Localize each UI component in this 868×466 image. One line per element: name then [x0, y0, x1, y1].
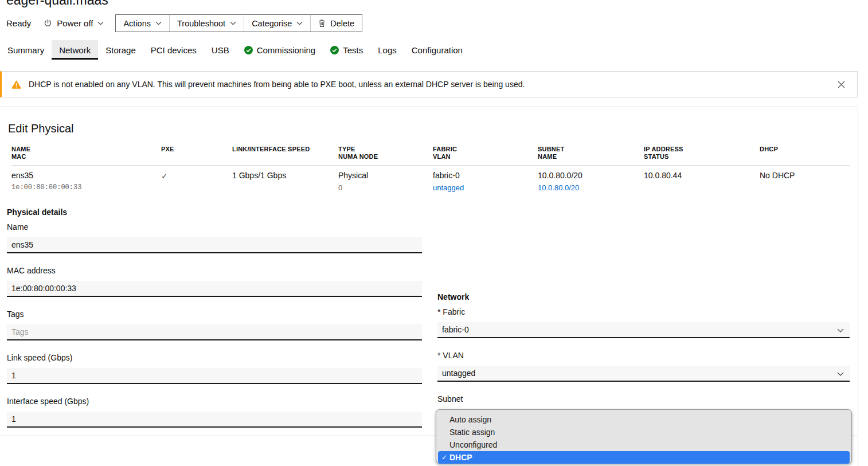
delete-button[interactable]: Delete [310, 15, 362, 32]
warning-icon [11, 80, 21, 89]
header-type-numa: TYPENUMA NODE [338, 146, 433, 160]
fabric-cell: fabric-0 untagged [433, 171, 538, 192]
troubleshoot-dropdown[interactable]: Troubleshoot [169, 15, 244, 32]
subnet-label: Subnet [437, 394, 850, 404]
option-label: DHCP [449, 453, 472, 462]
check-icon: ✓ [441, 451, 447, 464]
chevron-down-icon [230, 21, 236, 25]
categorise-label: Categorise [252, 19, 292, 28]
numa-node: 0 [338, 183, 433, 192]
tab-commissioning[interactable]: Commissioning [237, 40, 323, 60]
close-icon [838, 81, 845, 88]
tab-label: Logs [378, 45, 397, 55]
vlan-field: * VLAN untagged [437, 351, 850, 382]
chevron-down-icon [296, 21, 303, 25]
troubleshoot-label: Troubleshoot [177, 19, 225, 28]
network-section: Network * Fabric fabric-0 * VLAN untagge… [437, 292, 850, 425]
check-circle-icon [330, 46, 339, 54]
vlan-link[interactable]: untagged [433, 183, 538, 192]
link-speed-value: 1 Gbps/1 Gbps [232, 171, 338, 181]
page-title: eager-quail.maas [6, 0, 108, 8]
subnet-name-link[interactable]: 10.0.80.0/20 [538, 183, 644, 192]
tab-label: Storage [105, 45, 136, 55]
power-label: Power off [57, 18, 93, 28]
pxe-cell: ✓ [161, 171, 232, 192]
pxe-check-icon: ✓ [161, 171, 168, 181]
interface-speed-field: Interface speed (Gbps) [7, 397, 422, 428]
fabric-field: * Fabric fabric-0 [437, 307, 850, 338]
tab-label: Configuration [412, 45, 463, 55]
chevron-down-icon [837, 328, 844, 332]
vlan-select[interactable]: untagged [437, 366, 850, 382]
tags-field: Tags [7, 310, 422, 340]
status-bar: Ready Power off Actions Troubleshoot Cat… [6, 14, 362, 32]
physical-details-section: Physical details Name MAC address Tags L… [7, 207, 422, 440]
interface-speed-input[interactable] [7, 412, 422, 428]
physical-details-heading: Physical details [7, 207, 422, 217]
header-name-mac: NAMEMAC [11, 146, 161, 160]
categorise-dropdown[interactable]: Categorise [244, 15, 310, 32]
tab-label: Tests [343, 45, 363, 55]
mac-address-input[interactable] [7, 281, 422, 297]
vlan-selected-value: untagged [442, 369, 475, 378]
interface-name-cell: ens35 1e:00:80:00:00:33 [11, 171, 161, 192]
link-speed-label: Link speed (Gbps) [7, 353, 422, 363]
tab-label: Network [59, 45, 91, 55]
tab-usb[interactable]: USB [204, 40, 237, 60]
option-unconfigured[interactable]: Unconfigured [438, 438, 850, 451]
vlan-label: * VLAN [437, 351, 850, 361]
tab-tests[interactable]: Tests [323, 40, 370, 60]
tab-label: Commissioning [257, 45, 316, 55]
tab-label: USB [212, 45, 229, 55]
tab-network[interactable]: Network [52, 40, 98, 60]
header-pxe: PXE [161, 146, 232, 160]
tab-label: PCI devices [151, 45, 197, 55]
banner-close-button[interactable] [835, 79, 847, 91]
subnet-cell: 10.0.80.0/20 10.0.80.0/20 [538, 171, 644, 192]
option-dhcp[interactable]: ✓ DHCP [438, 451, 850, 464]
actions-label: Actions [123, 19, 151, 28]
interface-type: Physical [338, 171, 433, 181]
dhcp-status: No DHCP [760, 171, 850, 181]
interface-speed-label: Interface speed (Gbps) [7, 397, 422, 406]
tab-bar: Summary Network Storage PCI devices USB … [0, 40, 868, 60]
network-heading: Network [437, 292, 850, 301]
tags-input[interactable] [7, 324, 422, 340]
banner-message: DHCP is not enabled on any VLAN. This wi… [29, 80, 525, 89]
power-icon [44, 19, 52, 28]
header-subnet-name: SUBNETNAME [538, 146, 644, 160]
mac-address-label: MAC address [7, 266, 422, 276]
power-dropdown[interactable]: Power off [44, 18, 104, 28]
mac-address-field: MAC address [7, 266, 422, 297]
interface-table-row: ens35 1e:00:80:00:00:33 ✓ 1 Gbps/1 Gbps … [11, 166, 850, 192]
interface-name: ens35 [11, 171, 161, 181]
header-link-speed: LINK/INTERFACE SPEED [232, 146, 338, 160]
tab-pci-devices[interactable]: PCI devices [143, 40, 204, 60]
type-cell: Physical 0 [338, 171, 433, 192]
machine-status: Ready [6, 18, 31, 28]
name-label: Name [7, 222, 422, 232]
link-speed-cell: 1 Gbps/1 Gbps [232, 171, 338, 192]
section-title: Edit Physical [8, 122, 858, 135]
tab-storage[interactable]: Storage [98, 40, 143, 60]
tab-summary[interactable]: Summary [0, 40, 52, 60]
name-input[interactable] [7, 237, 422, 253]
tab-logs[interactable]: Logs [370, 40, 404, 60]
chevron-down-icon [155, 21, 162, 25]
fabric-value: fabric-0 [433, 171, 538, 181]
option-static-assign[interactable]: Static assign [438, 426, 850, 438]
header-fabric-vlan: FABRICVLAN [433, 146, 538, 160]
name-field: Name [7, 222, 422, 253]
fabric-selected-value: fabric-0 [442, 325, 469, 334]
edit-physical-card: Edit Physical NAMEMAC PXE LINK/INTERFACE… [0, 107, 858, 466]
fabric-select[interactable]: fabric-0 [437, 322, 850, 338]
link-speed-field: Link speed (Gbps) [7, 353, 422, 384]
actions-dropdown[interactable]: Actions [116, 15, 169, 32]
option-auto-assign[interactable]: Auto assign [438, 413, 850, 426]
tab-label: Summary [7, 45, 44, 55]
link-speed-input[interactable] [7, 368, 422, 384]
tab-configuration[interactable]: Configuration [404, 40, 470, 60]
ip-address: 10.0.80.44 [644, 171, 760, 181]
actions-button-group: Actions Troubleshoot Categorise Delete [115, 14, 362, 32]
fabric-label: * Fabric [437, 307, 850, 317]
